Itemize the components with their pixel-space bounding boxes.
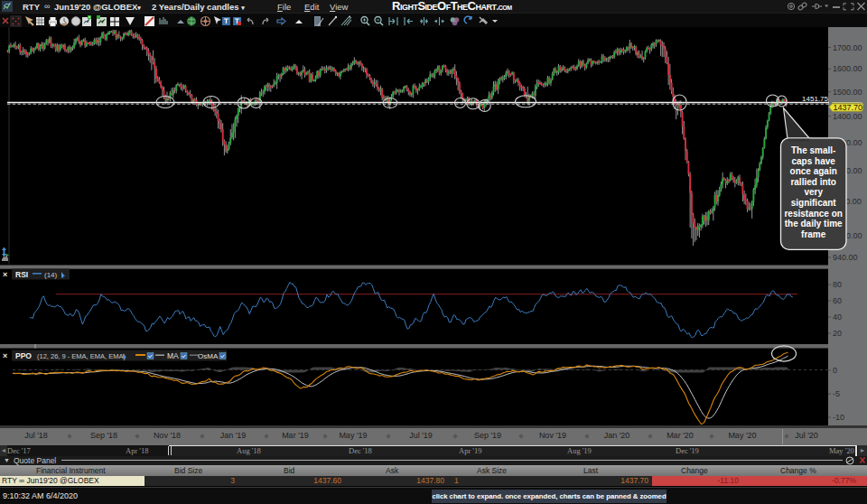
- svg-text:1437.70: 1437.70: [834, 103, 863, 112]
- svg-text:-5: -5: [833, 389, 840, 398]
- svg-text:940.00: 940.00: [833, 253, 858, 262]
- svg-text:resistance on: resistance on: [784, 209, 842, 219]
- svg-text:PPO: PPO: [15, 351, 32, 360]
- svg-text:1600.00: 1600.00: [833, 64, 862, 73]
- svg-text:×: ×: [3, 351, 7, 360]
- svg-text:80: 80: [833, 280, 842, 289]
- svg-text:40: 40: [833, 313, 842, 322]
- svg-text:rallied into: rallied into: [790, 177, 836, 187]
- svg-text:significant: significant: [791, 198, 837, 208]
- svg-text:1700.00: 1700.00: [833, 43, 862, 52]
- svg-text:1500.00: 1500.00: [833, 88, 862, 97]
- svg-text:20: 20: [833, 329, 842, 338]
- svg-text:very: very: [804, 187, 823, 197]
- svg-text:1451.75: 1451.75: [802, 95, 828, 103]
- svg-text:MA: MA: [167, 351, 179, 360]
- svg-text:frame: frame: [801, 229, 826, 239]
- svg-text:RSI: RSI: [15, 270, 28, 279]
- svg-text:the daily time: the daily time: [785, 219, 843, 229]
- svg-text:The small-: The small-: [791, 145, 835, 155]
- svg-text:OsMA: OsMA: [198, 352, 219, 360]
- svg-text:(12, 26, 9 - EMA, EMA, EMA): (12, 26, 9 - EMA, EMA, EMA): [37, 352, 126, 360]
- svg-text:once again: once again: [790, 166, 837, 176]
- svg-text:(14): (14): [44, 271, 58, 279]
- svg-text:×: ×: [3, 270, 7, 279]
- svg-text:caps have: caps have: [792, 156, 836, 166]
- svg-text:60: 60: [833, 296, 842, 305]
- svg-text:0: 0: [833, 366, 837, 375]
- svg-text:-10: -10: [833, 413, 844, 422]
- svg-text:1400.00: 1400.00: [833, 112, 862, 121]
